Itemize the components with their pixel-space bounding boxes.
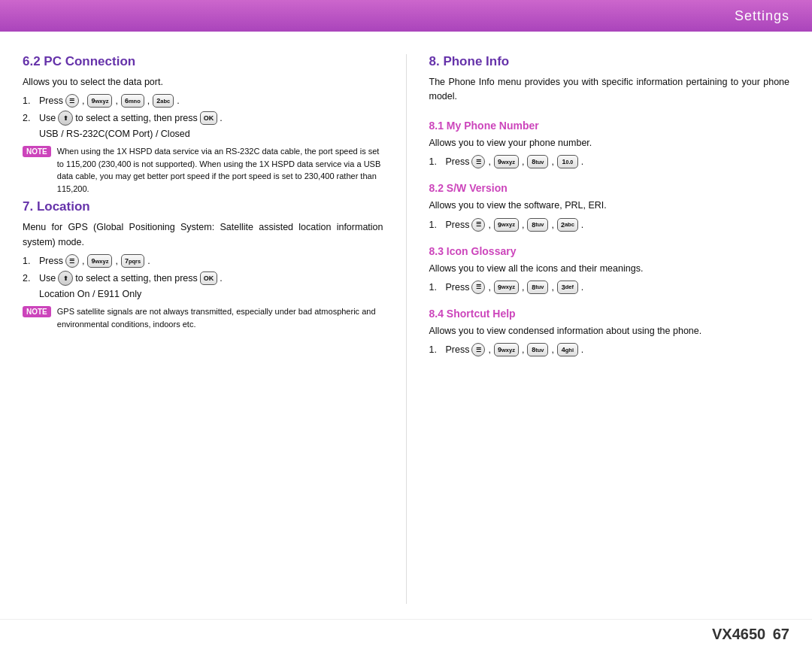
menu-key-84: ☰ [471, 343, 485, 356]
press-label-81: Press [446, 156, 470, 167]
step-7-2-indent: Location On / E911 Only [39, 289, 383, 299]
section-8: 8. Phone Info The Phone Info menu provid… [429, 54, 790, 109]
step-7-num-2: 2. [23, 273, 39, 284]
key-2abc-82: 2abc [557, 218, 578, 232]
key-1-81: 10.0 [557, 155, 578, 168]
section-8-3: 8.3 Icon Glossary Allows you to view all… [429, 235, 790, 297]
step-7-content-2: Use ⬆ to select a setting, then press OK… [39, 271, 223, 286]
key-9wxyz-7: 9wxyz [87, 254, 112, 268]
section-8-1: 8.1 My Phone Number Allows you to view y… [429, 109, 790, 171]
section-6-2: 6.2 PC Connection Allows you to select t… [23, 54, 383, 199]
page-footer: VX4650 67 [0, 619, 812, 649]
period: . [220, 113, 222, 123]
key-9wxyz-83: 9wxyz [494, 281, 519, 294]
key-3def-83: 3def [557, 281, 578, 294]
step-7-2: 2. Use ⬆ to select a setting, then press… [23, 271, 383, 286]
key-8tuv-81: 8tuv [527, 155, 548, 168]
step-8-4-1: 1. Press ☰ , 9wxyz , 8tuv , 4ghi . [429, 343, 790, 356]
use-label: Use [39, 113, 56, 123]
step-6-2-2: 2. Use ⬆ to select a setting, then press… [23, 111, 383, 126]
key-8tuv-82: 8tuv [527, 218, 548, 232]
section-6-2-desc: Allows you to select the data port. [23, 75, 383, 89]
to-select-label-7: to select a setting, then press [75, 273, 198, 284]
step-7-num-1: 1. [23, 256, 39, 266]
step-content-2: Use ⬆ to select a setting, then press OK… [39, 111, 223, 126]
right-column: 8. Phone Info The Phone Info menu provid… [429, 54, 790, 604]
note-6-2: NOTE When using the 1X HSPD data service… [23, 145, 383, 195]
section-7-title: 7. Location [23, 199, 383, 214]
press-label-82: Press [446, 220, 470, 230]
section-8-4-desc: Allows you to view condensed information… [429, 324, 790, 338]
note-text-6-2: When using the 1X HSPD data service via … [57, 145, 383, 195]
key-6mno: 6mno [121, 94, 144, 108]
period-7: . [220, 273, 222, 284]
step-6-2-2-indent: USB / RS-232C(COM Port) / Closed [39, 129, 383, 139]
step-8-4-content: Press ☰ , 9wxyz , 8tuv , 4ghi . [446, 343, 585, 356]
step-8-1-num: 1. [429, 156, 446, 167]
section-8-4: 8.4 Shortcut Help Allows you to view con… [429, 297, 790, 359]
section-8-3-title: 8.3 Icon Glossary [429, 245, 790, 257]
note-7: NOTE GPS satellite signals are not alway… [23, 305, 383, 330]
nav-key-7: ⬆ [58, 271, 73, 286]
use-label-7: Use [39, 273, 56, 284]
section-8-title: 8. Phone Info [429, 54, 790, 69]
key-2abc: 2abc [153, 94, 174, 108]
section-8-1-desc: Allows you to view your phone number. [429, 136, 790, 150]
footer-model: VX4650 67 [707, 626, 789, 643]
menu-key-7: ☰ [65, 254, 79, 268]
ok-key-7: OK [200, 271, 218, 285]
note-label-7: NOTE [23, 306, 51, 317]
section-8-2-desc: Allows you to view the software, PRL, ER… [429, 199, 790, 213]
step-8-1-content: Press ☰ , 9wxyz , 8tuv , 10.0 . [446, 155, 585, 168]
menu-key-83: ☰ [471, 281, 485, 294]
menu-key-81: ☰ [471, 155, 485, 168]
menu-key-82: ☰ [471, 218, 485, 232]
section-8-1-title: 8.1 My Phone Number [429, 120, 790, 132]
section-8-4-title: 8.4 Shortcut Help [429, 308, 790, 320]
press-label-83: Press [446, 282, 470, 293]
key-7pqrs: 7pqrs [121, 254, 144, 268]
model-label: VX4650 [712, 626, 765, 642]
step-8-2-1: 1. Press ☰ , 9wxyz , 8tuv , 2abc . [429, 218, 790, 232]
section-8-2: 8.2 S/W Version Allows you to view the s… [429, 171, 790, 234]
key-9wxyz-81: 9wxyz [494, 155, 519, 168]
section-8-2-title: 8.2 S/W Version [429, 182, 790, 194]
section-6-2-title: 6.2 PC Connection [23, 54, 383, 69]
nav-key: ⬆ [58, 111, 73, 126]
key-8tuv-84: 8tuv [527, 343, 548, 356]
step-8-2-num: 1. [429, 220, 446, 230]
key-9wxyz-82: 9wxyz [494, 218, 519, 232]
step-num-2: 2. [23, 113, 39, 123]
key-4ghi-84: 4ghi [557, 343, 578, 356]
key-8tuv-83: 8tuv [527, 281, 548, 294]
note-text-7: GPS satellite signals are not always tra… [57, 305, 383, 330]
press-label-7: Press [39, 256, 63, 266]
column-divider [406, 54, 407, 604]
page-header: Settings [0, 0, 812, 32]
note-label-6-2: NOTE [23, 146, 51, 157]
step-8-4-num: 1. [429, 344, 446, 355]
step-8-1-1: 1. Press ☰ , 9wxyz , 8tuv , 10.0 . [429, 155, 790, 168]
step-8-3-content: Press ☰ , 9wxyz , 8tuv , 3def . [446, 281, 585, 294]
step-8-3-1: 1. Press ☰ , 9wxyz , 8tuv , 3def . [429, 281, 790, 294]
step-7-1: 1. Press ☰ , 9wxyz , 7pqrs . [23, 254, 383, 268]
section-7: 7. Location Menu for GPS (Global Positio… [23, 199, 383, 335]
key-9wxyz: 9wxyz [87, 94, 112, 108]
section-7-desc: Menu for GPS (Global Positioning System:… [23, 220, 383, 250]
press-label-84: Press [446, 344, 470, 355]
ok-key: OK [200, 111, 218, 125]
step-8-2-content: Press ☰ , 9wxyz , 8tuv , 2abc . [446, 218, 585, 232]
step-8-3-num: 1. [429, 282, 446, 293]
step-num-1: 1. [23, 96, 39, 106]
page-number: 67 [773, 626, 789, 642]
left-column: 6.2 PC Connection Allows you to select t… [23, 54, 383, 604]
main-content: 6.2 PC Connection Allows you to select t… [0, 32, 812, 619]
header-title: Settings [735, 8, 789, 24]
step-6-2-1: 1. Press ☰ , 9wxyz , 6mno , 2abc . [23, 94, 383, 108]
step-7-content-1: Press ☰ , 9wxyz , 7pqrs . [39, 254, 151, 268]
key-9wxyz-84: 9wxyz [494, 343, 519, 356]
section-8-desc: The Phone Info menu provides you with sp… [429, 75, 790, 105]
press-label: Press [39, 96, 63, 106]
to-select-label: to select a setting, then press [75, 113, 198, 123]
menu-key: ☰ [65, 94, 79, 108]
